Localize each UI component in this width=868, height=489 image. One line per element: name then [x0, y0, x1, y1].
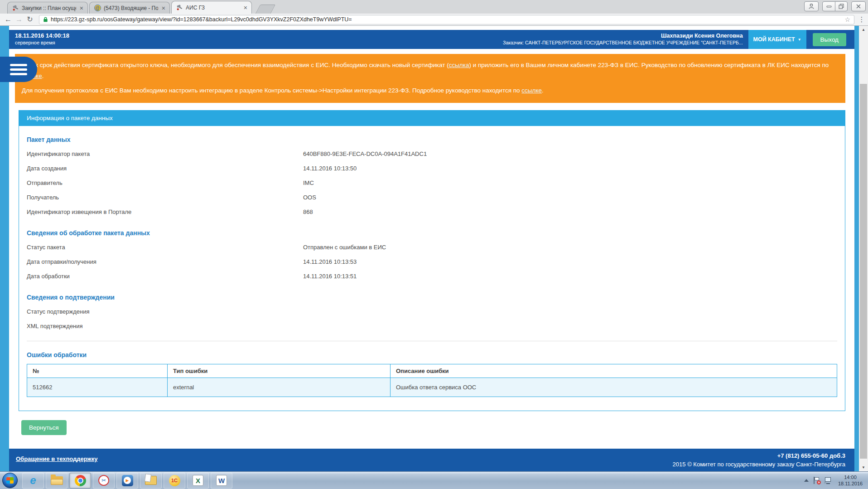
- info-row: Статус подтверждения: [27, 305, 837, 319]
- logout-button[interactable]: Выход: [813, 33, 846, 46]
- tray-chevron-up-icon[interactable]: [804, 479, 809, 482]
- info-row: Получатель OOS: [27, 190, 837, 205]
- restore-icon: [838, 3, 844, 10]
- info-row: XML подтверждения: [27, 319, 837, 334]
- error-type-cell: external: [168, 378, 391, 397]
- clock-date: 18.11.2016: [836, 480, 864, 487]
- banner-paragraph-certificate: Истек срок действия сертификата открытог…: [22, 60, 839, 81]
- taskbar-documents-button[interactable]: [140, 473, 162, 489]
- section-heading-package: Пакет данных: [27, 136, 837, 143]
- browser-menu-icon[interactable]: ⋮: [858, 15, 865, 24]
- taskbar-excel-button[interactable]: X: [187, 473, 209, 489]
- banner-paragraph-integration: Для получения протоколов с ЕИС Вам необх…: [22, 85, 839, 96]
- browser-chrome: Закупки :: План осущест × @ (5473) Входя…: [0, 0, 868, 26]
- browser-toolbar: ← → ↻ https://223.gz-spb.ru/oosGateway/g…: [0, 14, 868, 25]
- close-window-button[interactable]: [851, 1, 866, 11]
- field-label: Идентификатор пакета: [27, 150, 303, 157]
- clock-time: 14:00: [836, 474, 864, 480]
- error-description-cell: Ошибка ответа сервиса ООС: [391, 378, 837, 397]
- taskbar-chrome-button[interactable]: [69, 473, 91, 489]
- field-value: 14.11.2016 10:13:53: [303, 258, 357, 265]
- network-icon[interactable]: [824, 477, 832, 484]
- address-bar[interactable]: https://223.gz-spb.ru/oosGateway/gateway…: [39, 15, 854, 24]
- tab-title: (5473) Входящие - Почт: [104, 5, 158, 11]
- taskbar-explorer-button[interactable]: [46, 473, 68, 489]
- system-tray: 14:00 18.11.2016: [804, 474, 868, 487]
- taskbar-snipping-button[interactable]: ✂: [93, 473, 115, 489]
- taskbar-1c-button[interactable]: 1С: [164, 473, 185, 489]
- media-player-icon: ▶: [122, 475, 133, 486]
- scissors-icon: ✂: [98, 475, 109, 486]
- errors-table: № Тип ошибки Описание ошибки 512662 exte…: [27, 364, 837, 397]
- panel-title: Информация о пакете данных: [19, 111, 845, 126]
- banner-text: Для получения протоколов с ЕИС Вам необх…: [22, 87, 521, 94]
- tab-strip: Закупки :: План осущест × @ (5473) Входя…: [0, 0, 868, 14]
- gavel-favicon-icon: [176, 4, 183, 11]
- tab-zakupki[interactable]: Закупки :: План осущест ×: [7, 2, 88, 14]
- field-value: IMC: [303, 179, 314, 186]
- excel-icon: X: [193, 475, 203, 486]
- return-button[interactable]: Вернуться: [21, 420, 67, 435]
- scroll-up-arrow-icon[interactable]: ▲: [859, 26, 868, 34]
- site-footer: Обращение в техподдержку +7 (812) 655-05…: [9, 449, 854, 471]
- page-scrollbar[interactable]: ▲ ▼: [859, 26, 868, 471]
- field-value: 868: [303, 208, 313, 215]
- tab-close-icon[interactable]: ×: [161, 5, 166, 11]
- server-time-block: 18.11.2016 14:00:18 серверное время: [9, 30, 69, 49]
- taskbar-clock[interactable]: 14:00 18.11.2016: [836, 474, 864, 487]
- field-label: Дата отправки/получения: [27, 258, 303, 265]
- info-row: Отправитель IMC: [27, 176, 837, 190]
- table-row: 512662 external Ошибка ответа сервиса ОО…: [27, 378, 837, 397]
- close-icon: [855, 3, 862, 10]
- side-menu-toggle[interactable]: [0, 57, 37, 82]
- field-label: Дата создания: [27, 165, 303, 172]
- copyright: 2015 © Комитет по государственному заказ…: [673, 460, 845, 469]
- tab-mail[interactable]: @ (5473) Входящие - Почт ×: [89, 2, 170, 14]
- reload-button[interactable]: ↻: [24, 16, 35, 23]
- scroll-down-arrow-icon[interactable]: ▼: [859, 464, 868, 471]
- start-button[interactable]: [2, 473, 18, 488]
- folder-icon: [51, 476, 63, 485]
- tab-ais-gz-active[interactable]: АИС ГЗ ×: [171, 1, 252, 14]
- field-value: Отправлен с ошибками в ЕИС: [303, 244, 386, 251]
- url-text: https://223.gz-spb.ru/oosGateway/gateway…: [51, 16, 842, 23]
- section-heading-errors: Ошибки обработки: [27, 351, 837, 358]
- integration-guide-link[interactable]: ссылке: [521, 87, 542, 94]
- taskbar-ie-button[interactable]: e: [22, 473, 44, 489]
- tab-close-icon[interactable]: ×: [79, 5, 84, 11]
- bookmark-star-icon[interactable]: ☆: [844, 16, 850, 23]
- person-icon: [808, 3, 815, 10]
- taskbar-word-button[interactable]: W: [211, 473, 232, 489]
- field-label: Дата обработки: [27, 273, 303, 280]
- certificate-download-link[interactable]: ссылка: [449, 62, 469, 68]
- info-row: Дата создания 14.11.2016 10:13:50: [27, 161, 837, 176]
- restore-button[interactable]: [835, 2, 847, 11]
- user-block: Шахпазиди Ксения Олеговна Заказчик: САНК…: [503, 30, 748, 49]
- field-label: Идентификатор извещения в Портале: [27, 208, 303, 215]
- site-header: 18.11.2016 14:00:18 серверное время Шахп…: [9, 30, 854, 49]
- field-label: Отправитель: [27, 179, 303, 186]
- forward-button[interactable]: →: [14, 16, 24, 23]
- column-header-type: Тип ошибки: [168, 364, 391, 378]
- my-cabinet-label: МОЙ КАБИНЕТ: [753, 36, 795, 43]
- taskbar-media-player-button[interactable]: ▶: [116, 473, 138, 489]
- banner-text: .: [42, 73, 44, 79]
- column-header-description: Описание ошибки: [391, 364, 837, 378]
- section-heading-processing: Сведения об обработке пакета данных: [27, 229, 837, 237]
- action-center-flag-icon[interactable]: [813, 477, 820, 484]
- info-row: Идентификатор пакета 640BF880-9E3E-FECA-…: [27, 147, 837, 161]
- minimize-button[interactable]: [823, 2, 835, 11]
- tab-close-icon[interactable]: ×: [243, 5, 248, 11]
- field-value: 14.11.2016 10:13:51: [303, 273, 357, 280]
- my-cabinet-button[interactable]: МОЙ КАБИНЕТ ▼: [748, 30, 806, 49]
- back-button[interactable]: ←: [3, 16, 14, 23]
- mail-favicon-icon: @: [94, 5, 101, 12]
- windows-taskbar: e ✂ ▶ 1С X W 14:00 18.11.2016: [0, 471, 868, 489]
- site-header-right: Шахпазиди Ксения Олеговна Заказчик: САНК…: [503, 30, 854, 49]
- tab-title: Закупки :: План осущест: [22, 5, 76, 11]
- package-info-panel: Информация о пакете данных Пакет данных …: [19, 110, 845, 411]
- profile-button[interactable]: [804, 1, 819, 11]
- scrollbar-thumb[interactable]: [860, 84, 867, 459]
- support-link[interactable]: Обращение в техподдержку: [16, 455, 98, 462]
- new-tab-button[interactable]: [256, 5, 276, 14]
